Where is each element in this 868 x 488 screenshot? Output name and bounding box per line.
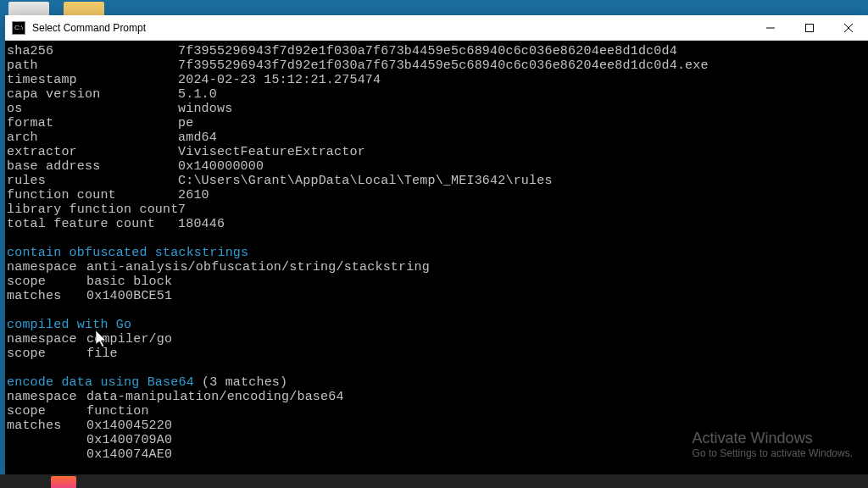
meta-value: 2610 — [178, 188, 209, 202]
rule-detail-key: scope — [7, 274, 86, 289]
rule-match-count: (3 matches) — [194, 375, 287, 390]
meta-row: rulesC:\Users\Grant\AppData\Local\Temp\_… — [7, 174, 866, 188]
titlebar[interactable]: C:\ Select Command Prompt — [5, 15, 868, 41]
rule-detail-value: data-manipulation/encoding/base64 — [86, 390, 344, 404]
maximize-icon — [805, 24, 814, 32]
taskbar-app-icon[interactable] — [51, 476, 76, 488]
meta-row: archamd64 — [7, 130, 866, 145]
rule-detail-value: function — [86, 404, 149, 419]
rule-detail-row: namespacedata-manipulation/encoding/base… — [7, 390, 866, 404]
meta-value: pe — [178, 116, 193, 130]
rule-detail-key: namespace — [7, 260, 86, 274]
close-button[interactable] — [829, 15, 868, 40]
rule-detail-key: scope — [7, 404, 86, 419]
cmd-icon: C:\ — [12, 21, 25, 35]
rule-detail-key: namespace — [7, 390, 86, 404]
rule-match-address: 0x140074AE0 — [86, 447, 172, 462]
meta-value: 5.1.0 — [178, 87, 217, 102]
meta-value: 7 — [178, 202, 186, 217]
meta-key: total feature count — [7, 217, 178, 231]
minimize-button[interactable] — [751, 15, 790, 40]
meta-row: path7f3955296943f7d92e1f030a7f673b4459e5… — [7, 58, 866, 73]
rule-title: encode data using Base64 — [7, 375, 194, 390]
meta-value: C:\Users\Grant\AppData\Local\Temp\_MEI36… — [178, 174, 553, 188]
command-prompt-window: C:\ Select Command Prompt sha2567f395529… — [5, 15, 868, 474]
rule-detail-row: matches0x1400BCE51 — [7, 289, 866, 303]
rule-detail-key: matches — [7, 289, 86, 303]
meta-value: 2024-02-23 15:12:21.275474 — [178, 73, 381, 87]
taskbar[interactable] — [0, 474, 868, 488]
meta-value: windows — [178, 102, 232, 116]
blank-line — [7, 231, 866, 246]
meta-row: library function count7 — [7, 202, 866, 217]
rule-header: encode data using Base64 (3 matches) — [7, 375, 866, 390]
blank-line — [7, 361, 866, 375]
rule-detail-row: namespacecompiler/go — [7, 332, 866, 347]
window-controls — [751, 15, 868, 40]
meta-value: VivisectFeatureExtractor — [178, 145, 365, 159]
watermark-title: Activate Windows — [693, 430, 853, 447]
rule-match-address: 0x1400709A0 — [86, 433, 172, 447]
meta-key: os — [7, 102, 178, 116]
meta-key: base address — [7, 159, 178, 174]
rule-detail-value: basic block — [86, 274, 172, 289]
rule-detail-value: 0x1400BCE51 — [86, 289, 172, 303]
watermark-subtitle: Go to Settings to activate Windows. — [693, 447, 853, 459]
rule-detail-key: scope — [7, 347, 86, 361]
meta-key: capa version — [7, 87, 178, 102]
meta-value: 7f3955296943f7d92e1f030a7f673b4459e5c689… — [178, 44, 677, 58]
rule-detail-key: matches — [7, 419, 86, 433]
meta-row: total feature count180446 — [7, 217, 866, 231]
maximize-button[interactable] — [790, 15, 829, 40]
rule-detail-key: namespace — [7, 332, 86, 347]
meta-row: oswindows — [7, 102, 866, 116]
meta-key: library function count — [7, 202, 178, 217]
rule-title: compiled with Go — [7, 318, 131, 332]
meta-row: function count2610 — [7, 188, 866, 202]
blank-line — [7, 303, 866, 318]
meta-key: format — [7, 116, 178, 130]
activate-windows-watermark: Activate Windows Go to Settings to activ… — [693, 430, 853, 459]
terminal-output[interactable]: sha2567f3955296943f7d92e1f030a7f673b4459… — [5, 41, 868, 463]
window-title: Select Command Prompt — [32, 22, 751, 34]
meta-value: 7f3955296943f7d92e1f030a7f673b4459e5c689… — [178, 58, 709, 73]
rule-detail-row: scopebasic block — [7, 274, 866, 289]
meta-value: 180446 — [178, 217, 225, 231]
meta-key: function count — [7, 188, 178, 202]
svg-rect-1 — [806, 24, 814, 31]
meta-row: formatpe — [7, 116, 866, 130]
meta-row: timestamp2024-02-23 15:12:21.275474 — [7, 73, 866, 87]
rule-detail-value: anti-analysis/obfuscation/string/stackst… — [86, 260, 430, 274]
rule-detail-row: namespaceanti-analysis/obfuscation/strin… — [7, 260, 866, 274]
meta-value: amd64 — [178, 130, 217, 145]
meta-row: sha2567f3955296943f7d92e1f030a7f673b4459… — [7, 44, 866, 58]
meta-key: path — [7, 58, 178, 73]
meta-value: 0x140000000 — [178, 159, 264, 174]
meta-key: timestamp — [7, 73, 178, 87]
meta-row: capa version5.1.0 — [7, 87, 866, 102]
meta-key: extractor — [7, 145, 178, 159]
minimize-icon — [766, 24, 775, 32]
meta-row: base address0x140000000 — [7, 159, 866, 174]
close-icon — [844, 24, 853, 32]
meta-key: sha256 — [7, 44, 178, 58]
rule-detail-value: compiler/go — [86, 332, 172, 347]
meta-key: rules — [7, 174, 178, 188]
rule-detail-row: scopefunction — [7, 404, 866, 419]
meta-row: extractorVivisectFeatureExtractor — [7, 145, 866, 159]
rule-header: contain obfuscated stackstrings — [7, 246, 866, 260]
rule-header: compiled with Go — [7, 318, 866, 332]
meta-key: arch — [7, 130, 178, 145]
rule-detail-value: 0x140045220 — [86, 419, 172, 433]
rule-detail-value: file — [86, 347, 118, 361]
rule-title: contain obfuscated stackstrings — [7, 246, 248, 260]
rule-detail-row: scopefile — [7, 347, 866, 361]
